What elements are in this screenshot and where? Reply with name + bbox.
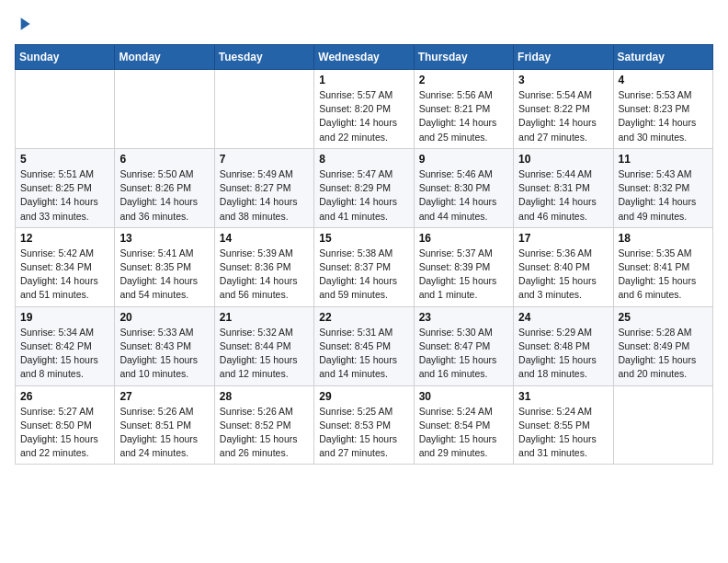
day-number: 4	[619, 74, 708, 86]
day-number: 9	[419, 153, 508, 166]
calendar-day-cell	[16, 70, 115, 149]
day-info: Sunrise: 5:30 AM Sunset: 8:47 PM Dayligh…	[419, 326, 508, 382]
day-number: 12	[20, 232, 109, 245]
calendar-day-cell	[613, 385, 712, 465]
day-number: 7	[220, 153, 309, 166]
day-info: Sunrise: 5:36 AM Sunset: 8:40 PM Dayligh…	[518, 247, 608, 303]
day-number: 14	[220, 232, 309, 245]
calendar-day-cell: 9Sunrise: 5:46 AM Sunset: 8:30 PM Daylig…	[414, 148, 513, 227]
calendar-day-cell: 27Sunrise: 5:26 AM Sunset: 8:51 PM Dayli…	[115, 385, 214, 465]
calendar-day-cell: 12Sunrise: 5:42 AM Sunset: 8:34 PM Dayli…	[16, 227, 115, 306]
day-info: Sunrise: 5:50 AM Sunset: 8:26 PM Dayligh…	[119, 167, 209, 224]
calendar-day-cell: 15Sunrise: 5:38 AM Sunset: 8:37 PM Dayli…	[314, 227, 414, 306]
calendar-day-cell: 14Sunrise: 5:39 AM Sunset: 8:36 PM Dayli…	[214, 227, 313, 306]
day-info: Sunrise: 5:29 AM Sunset: 8:48 PM Dayligh…	[518, 326, 608, 382]
day-number: 25	[619, 311, 708, 324]
day-info: Sunrise: 5:37 AM Sunset: 8:39 PM Dayligh…	[419, 247, 508, 303]
weekday-header-cell: Monday	[115, 45, 214, 70]
calendar-day-cell	[214, 70, 313, 149]
day-info: Sunrise: 5:24 AM Sunset: 8:54 PM Dayligh…	[419, 405, 508, 461]
calendar-body: 1Sunrise: 5:57 AM Sunset: 8:20 PM Daylig…	[16, 70, 713, 465]
page-header	[15, 15, 713, 33]
day-number: 2	[419, 74, 508, 86]
calendar-week-row: 12Sunrise: 5:42 AM Sunset: 8:34 PM Dayli…	[16, 227, 713, 306]
calendar-day-cell: 2Sunrise: 5:56 AM Sunset: 8:21 PM Daylig…	[414, 70, 513, 149]
calendar-day-cell: 1Sunrise: 5:57 AM Sunset: 8:20 PM Daylig…	[314, 70, 414, 149]
day-number: 18	[619, 232, 708, 245]
calendar-day-cell: 18Sunrise: 5:35 AM Sunset: 8:41 PM Dayli…	[613, 227, 712, 306]
logo	[15, 15, 37, 33]
day-info: Sunrise: 5:26 AM Sunset: 8:51 PM Dayligh…	[119, 405, 209, 461]
weekday-header-cell: Friday	[514, 45, 613, 70]
day-number: 27	[119, 390, 209, 403]
calendar-day-cell: 26Sunrise: 5:27 AM Sunset: 8:50 PM Dayli…	[16, 385, 115, 465]
calendar-day-cell: 25Sunrise: 5:28 AM Sunset: 8:49 PM Dayli…	[613, 306, 712, 385]
svg-marker-0	[21, 17, 30, 29]
calendar-day-cell: 6Sunrise: 5:50 AM Sunset: 8:26 PM Daylig…	[115, 148, 214, 227]
day-number: 10	[518, 153, 608, 166]
calendar-day-cell: 22Sunrise: 5:31 AM Sunset: 8:45 PM Dayli…	[314, 306, 414, 385]
calendar-day-cell: 16Sunrise: 5:37 AM Sunset: 8:39 PM Dayli…	[414, 227, 513, 306]
calendar-day-cell: 11Sunrise: 5:43 AM Sunset: 8:32 PM Dayli…	[613, 148, 712, 227]
day-info: Sunrise: 5:43 AM Sunset: 8:32 PM Dayligh…	[619, 167, 708, 224]
day-number: 20	[119, 311, 209, 324]
day-number: 5	[20, 153, 109, 166]
day-info: Sunrise: 5:49 AM Sunset: 8:27 PM Dayligh…	[220, 167, 309, 224]
weekday-header-cell: Tuesday	[214, 45, 313, 70]
day-info: Sunrise: 5:35 AM Sunset: 8:41 PM Dayligh…	[619, 247, 708, 303]
day-number: 26	[20, 390, 109, 403]
day-info: Sunrise: 5:51 AM Sunset: 8:25 PM Dayligh…	[20, 167, 109, 224]
day-info: Sunrise: 5:41 AM Sunset: 8:35 PM Dayligh…	[119, 247, 209, 303]
calendar-day-cell: 5Sunrise: 5:51 AM Sunset: 8:25 PM Daylig…	[16, 148, 115, 227]
day-number: 30	[419, 390, 508, 403]
calendar-day-cell: 4Sunrise: 5:53 AM Sunset: 8:23 PM Daylig…	[613, 70, 712, 149]
day-number: 13	[119, 232, 209, 245]
day-number: 29	[319, 390, 408, 403]
calendar-day-cell: 20Sunrise: 5:33 AM Sunset: 8:43 PM Dayli…	[115, 306, 214, 385]
calendar-day-cell: 24Sunrise: 5:29 AM Sunset: 8:48 PM Dayli…	[514, 306, 613, 385]
day-number: 1	[319, 74, 408, 86]
day-info: Sunrise: 5:34 AM Sunset: 8:42 PM Dayligh…	[20, 326, 109, 382]
logo-icon	[15, 15, 33, 33]
weekday-header-row: SundayMondayTuesdayWednesdayThursdayFrid…	[16, 45, 713, 70]
weekday-header-cell: Thursday	[414, 45, 513, 70]
weekday-header-cell: Sunday	[16, 45, 115, 70]
calendar-day-cell: 17Sunrise: 5:36 AM Sunset: 8:40 PM Dayli…	[514, 227, 613, 306]
weekday-header-cell: Wednesday	[314, 45, 414, 70]
day-number: 19	[20, 311, 109, 324]
calendar-week-row: 1Sunrise: 5:57 AM Sunset: 8:20 PM Daylig…	[16, 70, 713, 149]
calendar-day-cell: 19Sunrise: 5:34 AM Sunset: 8:42 PM Dayli…	[16, 306, 115, 385]
calendar-week-row: 26Sunrise: 5:27 AM Sunset: 8:50 PM Dayli…	[16, 385, 713, 465]
day-info: Sunrise: 5:33 AM Sunset: 8:43 PM Dayligh…	[119, 326, 209, 382]
day-number: 16	[419, 232, 508, 245]
calendar-table: SundayMondayTuesdayWednesdayThursdayFrid…	[15, 44, 713, 465]
day-info: Sunrise: 5:27 AM Sunset: 8:50 PM Dayligh…	[20, 405, 109, 461]
calendar-day-cell: 13Sunrise: 5:41 AM Sunset: 8:35 PM Dayli…	[115, 227, 214, 306]
day-number: 8	[319, 153, 408, 166]
day-info: Sunrise: 5:42 AM Sunset: 8:34 PM Dayligh…	[20, 247, 109, 303]
calendar-day-cell: 30Sunrise: 5:24 AM Sunset: 8:54 PM Dayli…	[414, 385, 513, 465]
calendar-week-row: 5Sunrise: 5:51 AM Sunset: 8:25 PM Daylig…	[16, 148, 713, 227]
calendar-day-cell: 29Sunrise: 5:25 AM Sunset: 8:53 PM Dayli…	[314, 385, 414, 465]
day-info: Sunrise: 5:54 AM Sunset: 8:22 PM Dayligh…	[518, 88, 608, 144]
day-info: Sunrise: 5:47 AM Sunset: 8:29 PM Dayligh…	[319, 167, 408, 224]
day-info: Sunrise: 5:39 AM Sunset: 8:36 PM Dayligh…	[220, 247, 309, 303]
calendar-day-cell: 10Sunrise: 5:44 AM Sunset: 8:31 PM Dayli…	[514, 148, 613, 227]
day-number: 24	[518, 311, 608, 324]
day-info: Sunrise: 5:53 AM Sunset: 8:23 PM Dayligh…	[619, 88, 708, 144]
calendar-day-cell: 3Sunrise: 5:54 AM Sunset: 8:22 PM Daylig…	[514, 70, 613, 149]
calendar-day-cell: 23Sunrise: 5:30 AM Sunset: 8:47 PM Dayli…	[414, 306, 513, 385]
day-number: 3	[518, 74, 608, 86]
day-number: 15	[319, 232, 408, 245]
calendar-day-cell	[115, 70, 214, 149]
day-number: 6	[119, 153, 209, 166]
day-number: 28	[220, 390, 309, 403]
day-info: Sunrise: 5:46 AM Sunset: 8:30 PM Dayligh…	[419, 167, 508, 224]
calendar-week-row: 19Sunrise: 5:34 AM Sunset: 8:42 PM Dayli…	[16, 306, 713, 385]
day-number: 22	[319, 311, 408, 324]
day-info: Sunrise: 5:44 AM Sunset: 8:31 PM Dayligh…	[518, 167, 608, 224]
day-number: 17	[518, 232, 608, 245]
day-info: Sunrise: 5:32 AM Sunset: 8:44 PM Dayligh…	[220, 326, 309, 382]
day-number: 11	[619, 153, 708, 166]
day-info: Sunrise: 5:57 AM Sunset: 8:20 PM Dayligh…	[319, 88, 408, 144]
